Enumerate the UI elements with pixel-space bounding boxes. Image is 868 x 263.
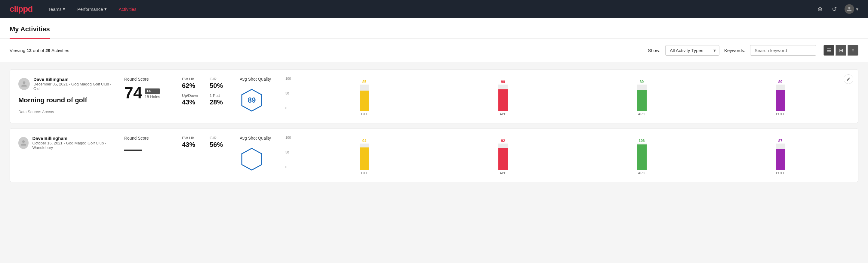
user-name: Dave Billingham: [32, 136, 115, 141]
activity-type-select-wrapper: All Activity Types: [665, 45, 719, 56]
score-row: [124, 144, 172, 151]
activity-card: Dave Billingham October 16, 2021 - Gog M…: [10, 128, 858, 182]
stats-section: FW Hit 62% GIR 50% Up/Down 43% 1 Putt 28…: [182, 77, 230, 106]
keywords-label: Keywords:: [724, 48, 745, 53]
stat-label: 1 Putt: [210, 93, 230, 98]
user-menu[interactable]: ▾: [844, 4, 858, 14]
chevron-down-icon: ▾: [104, 6, 107, 12]
score-row: 74 +4 18 Holes: [124, 85, 172, 101]
refresh-icon[interactable]: ↺: [830, 5, 839, 13]
shot-quality-section: Avg Shot Quality 89: [240, 77, 276, 112]
hexagon-container: [240, 147, 264, 171]
stats-grid: FW Hit 62% GIR 50% Up/Down 43% 1 Putt 28…: [182, 77, 230, 106]
nav-performance[interactable]: Performance ▾: [76, 4, 108, 14]
stat-value: 56%: [210, 141, 230, 149]
page-title: My Activities: [10, 18, 50, 39]
avatar: [18, 137, 29, 149]
score-bar: [124, 150, 142, 151]
chevron-down-icon: ▾: [63, 6, 65, 12]
stat-label: FW Hit: [182, 136, 203, 140]
keyword-input[interactable]: [750, 45, 816, 56]
nav-teams[interactable]: Teams ▾: [47, 4, 66, 14]
hexagon-value: 89: [248, 96, 256, 105]
page-header: My Activities: [0, 18, 868, 39]
avg-shot-quality-label: Avg Shot Quality: [240, 136, 271, 141]
data-source: Data Source: Arccos: [18, 110, 115, 114]
stat-value: 43%: [182, 98, 203, 106]
round-score-section: Round Score: [124, 136, 172, 151]
hexagon-container: 89: [240, 88, 264, 112]
stat-fw-hit: FW Hit 43%: [182, 136, 203, 149]
activity-type-select[interactable]: All Activity Types: [665, 45, 719, 56]
avatar: [844, 4, 854, 14]
big-score: 74: [124, 85, 142, 101]
stats-section: FW Hit 43% GIR 56%: [182, 136, 230, 149]
stat-value: 28%: [210, 98, 230, 106]
chevron-down-icon: ▾: [856, 6, 858, 12]
edit-button[interactable]: [844, 74, 853, 84]
add-icon[interactable]: ⊕: [816, 5, 824, 13]
grid-view-button[interactable]: ⊞: [836, 45, 846, 56]
list-view-button[interactable]: ☰: [824, 45, 834, 56]
user-date: October 16, 2021 - Gog Magog Golf Club -…: [32, 141, 115, 150]
user-date: December 05, 2021 - Gog Magog Golf Club …: [33, 82, 115, 91]
stat-gir: GIR 50%: [210, 77, 230, 90]
stat-1putt: 1 Putt 28%: [210, 93, 230, 106]
nav-activities[interactable]: Activities: [118, 4, 138, 14]
stat-label: GIR: [210, 77, 230, 81]
filter-bar: Viewing 12 out of 29 Activities Show: Al…: [0, 39, 868, 62]
round-score-label: Round Score: [124, 136, 172, 141]
round-score-label: Round Score: [124, 77, 172, 82]
nav-actions: ⊕ ↺ ▾: [816, 4, 858, 14]
user-row: Dave Billingham October 16, 2021 - Gog M…: [18, 136, 115, 150]
user-name: Dave Billingham: [33, 77, 115, 82]
svg-marker-1: [242, 148, 262, 170]
grid-icon: ⊞: [839, 48, 843, 53]
stats-grid: FW Hit 43% GIR 56%: [182, 136, 230, 149]
main-content: Dave Billingham December 05, 2021 - Gog …: [0, 62, 868, 189]
hexagon: [240, 147, 264, 171]
user-info: Dave Billingham December 05, 2021 - Gog …: [33, 77, 115, 91]
stat-value: 43%: [182, 141, 203, 149]
viewing-text: Viewing 12 out of 29 Activities: [10, 48, 69, 53]
navbar: clippd Teams ▾ Performance ▾ Activities …: [0, 0, 868, 18]
view-toggle: ☰ ⊞ ≡: [824, 45, 858, 56]
logo[interactable]: clippd: [10, 4, 32, 14]
compact-view-button[interactable]: ≡: [847, 45, 858, 56]
activity-title: Morning round of golf: [18, 96, 115, 104]
chart-section: 100 50 0 94 OTT 92 APP 106 ARG 87: [285, 136, 850, 175]
stat-label: FW Hit: [182, 77, 203, 81]
stat-gir: GIR 56%: [210, 136, 230, 149]
score-details: +4 18 Holes: [145, 88, 160, 101]
activity-card: Dave Billingham December 05, 2021 - Gog …: [10, 69, 858, 123]
round-score-section: Round Score 74 +4 18 Holes: [124, 77, 172, 101]
show-label: Show:: [648, 48, 660, 53]
user-row: Dave Billingham December 05, 2021 - Gog …: [18, 77, 115, 91]
avatar: [18, 78, 30, 90]
avg-shot-quality-label: Avg Shot Quality: [240, 77, 271, 82]
stat-fw-hit: FW Hit 62%: [182, 77, 203, 90]
hexagon: 89: [240, 88, 264, 112]
score-badge: +4: [145, 88, 160, 94]
holes-text: 18 Holes: [145, 94, 160, 99]
chart-section: 100 50 0 85 OTT 90 APP 89 ARG 89 P: [285, 77, 850, 116]
user-info: Dave Billingham October 16, 2021 - Gog M…: [32, 136, 115, 150]
stat-value: 50%: [210, 82, 230, 90]
stat-label: Up/Down: [182, 93, 203, 98]
shot-quality-section: Avg Shot Quality: [240, 136, 276, 171]
card-left: Dave Billingham October 16, 2021 - Gog M…: [18, 136, 115, 152]
list-icon: ☰: [827, 48, 831, 53]
card-left: Dave Billingham December 05, 2021 - Gog …: [18, 77, 115, 114]
stat-label: GIR: [210, 136, 230, 140]
compact-icon: ≡: [851, 48, 854, 53]
stat-value: 62%: [182, 82, 203, 90]
stat-updown: Up/Down 43%: [182, 93, 203, 106]
